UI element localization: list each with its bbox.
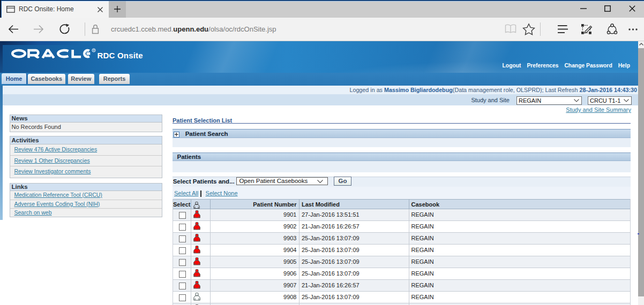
svg-text:R: R bbox=[93, 49, 95, 52]
